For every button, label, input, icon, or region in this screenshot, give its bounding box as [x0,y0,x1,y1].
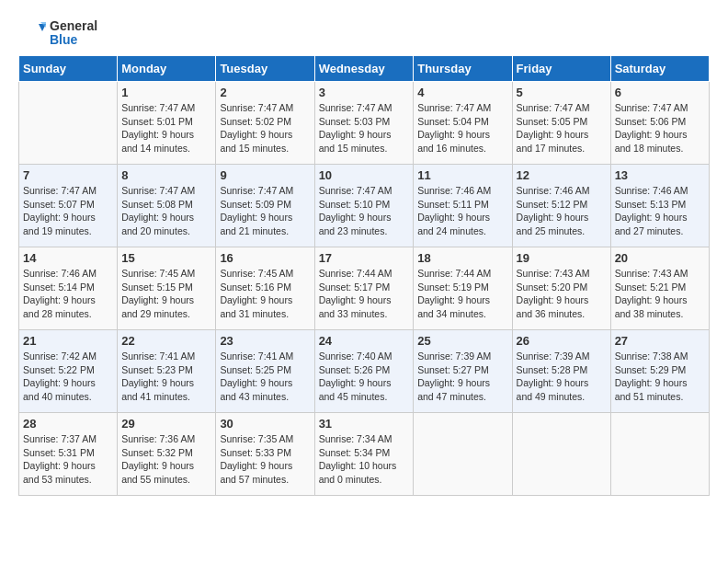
day-number: 18 [417,251,507,265]
day-info: Sunrise: 7:41 AM Sunset: 5:23 PM Dayligh… [121,350,211,404]
calendar-cell [610,413,709,496]
calendar-cell: 21Sunrise: 7:42 AM Sunset: 5:22 PM Dayli… [19,330,118,413]
day-info: Sunrise: 7:47 AM Sunset: 5:04 PM Dayligh… [417,101,507,155]
day-number: 2 [220,86,310,99]
day-number: 23 [220,334,310,348]
calendar-cell: 22Sunrise: 7:41 AM Sunset: 5:23 PM Dayli… [118,330,216,413]
calendar-cell: 15Sunrise: 7:45 AM Sunset: 5:15 PM Dayli… [118,247,216,330]
calendar-cell: 12Sunrise: 7:46 AM Sunset: 5:12 PM Dayli… [512,165,610,247]
day-number: 17 [319,251,410,265]
logo-bird-icon [18,18,48,48]
day-info: Sunrise: 7:47 AM Sunset: 5:03 PM Dayligh… [319,101,410,155]
weekday-header: Tuesday [216,56,314,82]
logo-container: General Blue [18,18,97,48]
weekday-header: Sunday [19,56,118,82]
calendar-cell: 30Sunrise: 7:35 AM Sunset: 5:33 PM Dayli… [216,413,314,496]
day-info: Sunrise: 7:43 AM Sunset: 5:21 PM Dayligh… [615,267,705,321]
day-info: Sunrise: 7:45 AM Sunset: 5:16 PM Dayligh… [220,267,310,321]
logo-text: General Blue [50,19,97,48]
calendar-cell: 25Sunrise: 7:39 AM Sunset: 5:27 PM Dayli… [414,330,512,413]
day-number: 16 [220,251,310,265]
calendar-table: SundayMondayTuesdayWednesdayThursdayFrid… [18,55,710,496]
calendar-cell: 13Sunrise: 7:46 AM Sunset: 5:13 PM Dayli… [610,165,709,247]
day-number: 13 [615,168,705,182]
day-info: Sunrise: 7:47 AM Sunset: 5:02 PM Dayligh… [220,101,310,155]
calendar-cell: 2Sunrise: 7:47 AM Sunset: 5:02 PM Daylig… [216,82,314,165]
calendar-cell: 20Sunrise: 7:43 AM Sunset: 5:21 PM Dayli… [610,247,709,330]
calendar-cell: 28Sunrise: 7:37 AM Sunset: 5:31 PM Dayli… [19,413,118,496]
calendar-cell: 11Sunrise: 7:46 AM Sunset: 5:11 PM Dayli… [414,165,512,247]
calendar-cell [512,413,610,496]
day-info: Sunrise: 7:47 AM Sunset: 5:01 PM Dayligh… [121,101,211,155]
day-info: Sunrise: 7:46 AM Sunset: 5:13 PM Dayligh… [615,184,705,238]
day-number: 12 [517,168,607,182]
calendar-cell: 9Sunrise: 7:47 AM Sunset: 5:09 PM Daylig… [216,165,314,247]
day-number: 22 [121,334,211,348]
calendar-week-row: 28Sunrise: 7:37 AM Sunset: 5:31 PM Dayli… [19,413,710,496]
day-number: 15 [121,251,211,265]
calendar-cell: 31Sunrise: 7:34 AM Sunset: 5:34 PM Dayli… [314,413,414,496]
calendar-week-row: 21Sunrise: 7:42 AM Sunset: 5:22 PM Dayli… [19,330,710,413]
day-number: 8 [121,168,211,182]
day-number: 7 [23,168,113,182]
calendar-cell: 6Sunrise: 7:47 AM Sunset: 5:06 PM Daylig… [610,82,709,165]
day-info: Sunrise: 7:39 AM Sunset: 5:27 PM Dayligh… [417,350,507,404]
calendar-week-row: 7Sunrise: 7:47 AM Sunset: 5:07 PM Daylig… [19,165,710,247]
calendar-cell: 5Sunrise: 7:47 AM Sunset: 5:05 PM Daylig… [512,82,610,165]
day-info: Sunrise: 7:38 AM Sunset: 5:29 PM Dayligh… [615,350,705,404]
day-number: 14 [23,251,113,265]
day-info: Sunrise: 7:47 AM Sunset: 5:08 PM Dayligh… [121,184,211,238]
day-number: 20 [615,251,705,265]
day-number: 27 [615,334,705,348]
weekday-header: Friday [512,56,610,82]
day-info: Sunrise: 7:40 AM Sunset: 5:26 PM Dayligh… [319,350,410,404]
logo: General Blue [18,18,97,48]
day-info: Sunrise: 7:47 AM Sunset: 5:10 PM Dayligh… [319,184,410,238]
day-info: Sunrise: 7:46 AM Sunset: 5:12 PM Dayligh… [517,184,607,238]
day-info: Sunrise: 7:35 AM Sunset: 5:33 PM Dayligh… [220,432,310,487]
calendar-cell: 7Sunrise: 7:47 AM Sunset: 5:07 PM Daylig… [19,165,118,247]
calendar-week-row: 1Sunrise: 7:47 AM Sunset: 5:01 PM Daylig… [19,82,710,165]
calendar-cell: 27Sunrise: 7:38 AM Sunset: 5:29 PM Dayli… [610,330,709,413]
day-info: Sunrise: 7:46 AM Sunset: 5:14 PM Dayligh… [23,267,113,321]
day-info: Sunrise: 7:43 AM Sunset: 5:20 PM Dayligh… [517,267,607,321]
day-number: 6 [615,86,705,99]
day-info: Sunrise: 7:44 AM Sunset: 5:17 PM Dayligh… [319,267,410,321]
day-info: Sunrise: 7:42 AM Sunset: 5:22 PM Dayligh… [23,350,113,404]
day-number: 10 [319,168,410,182]
calendar-cell [19,82,118,165]
day-number: 31 [319,417,410,431]
calendar-cell: 17Sunrise: 7:44 AM Sunset: 5:17 PM Dayli… [314,247,414,330]
calendar-cell: 1Sunrise: 7:47 AM Sunset: 5:01 PM Daylig… [118,82,216,165]
calendar-cell [414,413,512,496]
day-number: 25 [417,334,507,348]
calendar-cell: 19Sunrise: 7:43 AM Sunset: 5:20 PM Dayli… [512,247,610,330]
day-number: 21 [23,334,113,348]
weekday-header: Thursday [414,56,512,82]
day-info: Sunrise: 7:47 AM Sunset: 5:06 PM Dayligh… [615,101,705,155]
day-info: Sunrise: 7:39 AM Sunset: 5:28 PM Dayligh… [517,350,607,404]
calendar-cell: 8Sunrise: 7:47 AM Sunset: 5:08 PM Daylig… [118,165,216,247]
day-info: Sunrise: 7:47 AM Sunset: 5:09 PM Dayligh… [220,184,310,238]
day-info: Sunrise: 7:37 AM Sunset: 5:31 PM Dayligh… [23,432,113,487]
day-info: Sunrise: 7:46 AM Sunset: 5:11 PM Dayligh… [417,184,507,238]
day-number: 11 [417,168,507,182]
day-info: Sunrise: 7:41 AM Sunset: 5:25 PM Dayligh… [220,350,310,404]
calendar-cell: 14Sunrise: 7:46 AM Sunset: 5:14 PM Dayli… [19,247,118,330]
calendar-cell: 4Sunrise: 7:47 AM Sunset: 5:04 PM Daylig… [414,82,512,165]
day-number: 30 [220,417,310,431]
day-info: Sunrise: 7:36 AM Sunset: 5:32 PM Dayligh… [121,432,211,487]
calendar-cell: 23Sunrise: 7:41 AM Sunset: 5:25 PM Dayli… [216,330,314,413]
day-info: Sunrise: 7:34 AM Sunset: 5:34 PM Dayligh… [319,432,410,487]
calendar-cell: 24Sunrise: 7:40 AM Sunset: 5:26 PM Dayli… [314,330,414,413]
weekday-header: Monday [118,56,216,82]
calendar-cell: 16Sunrise: 7:45 AM Sunset: 5:16 PM Dayli… [216,247,314,330]
calendar-cell: 3Sunrise: 7:47 AM Sunset: 5:03 PM Daylig… [314,82,414,165]
calendar-cell: 18Sunrise: 7:44 AM Sunset: 5:19 PM Dayli… [414,247,512,330]
day-info: Sunrise: 7:47 AM Sunset: 5:05 PM Dayligh… [517,101,607,155]
day-number: 28 [23,417,113,431]
day-number: 24 [319,334,410,348]
day-info: Sunrise: 7:44 AM Sunset: 5:19 PM Dayligh… [417,267,507,321]
calendar-cell: 26Sunrise: 7:39 AM Sunset: 5:28 PM Dayli… [512,330,610,413]
calendar-cell: 29Sunrise: 7:36 AM Sunset: 5:32 PM Dayli… [118,413,216,496]
